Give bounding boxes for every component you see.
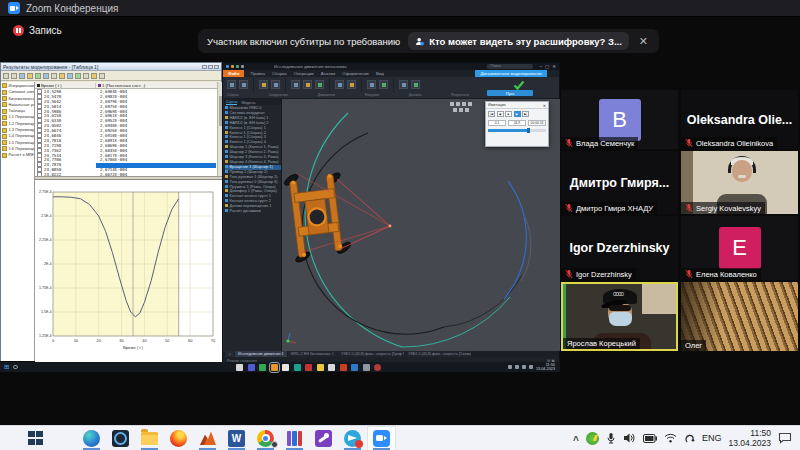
wifi-icon[interactable] bbox=[664, 433, 677, 443]
zoom-out-icon[interactable] bbox=[91, 73, 97, 79]
notification-center-icon[interactable] bbox=[778, 432, 792, 444]
tree-item[interactable]: Расчёт динамики bbox=[225, 209, 281, 214]
tray-icon[interactable] bbox=[529, 365, 533, 369]
zoom-in-icon[interactable] bbox=[83, 73, 89, 79]
presenter-taskbar-icons[interactable] bbox=[236, 364, 381, 371]
ribbon-button-icon[interactable] bbox=[411, 80, 420, 89]
app-icon[interactable] bbox=[282, 364, 289, 371]
ribbon-tab[interactable]: Операции bbox=[294, 71, 314, 76]
usb-device-icon[interactable] bbox=[684, 432, 695, 444]
ribbon-tab[interactable]: Сборка bbox=[272, 71, 287, 76]
file-menu-button[interactable]: Файл bbox=[223, 70, 244, 77]
ribbon-button-icon[interactable] bbox=[303, 80, 312, 89]
close-icon[interactable]: ✕ bbox=[637, 35, 650, 48]
participant-tile[interactable]: Олег bbox=[681, 282, 798, 351]
active-app-icon[interactable] bbox=[271, 364, 278, 371]
ribbon-button-icon[interactable] bbox=[291, 80, 300, 89]
ribbon-button-icon[interactable] bbox=[367, 80, 376, 89]
app-icon[interactable] bbox=[317, 364, 324, 371]
tray-expand-icon[interactable]: ^ bbox=[573, 435, 579, 446]
player-field[interactable]: 0,1 bbox=[488, 120, 506, 126]
active-ribbon-tab[interactable]: Динамическое моделирование bbox=[475, 70, 547, 77]
cad-window-controls[interactable]: –▢✕ bbox=[539, 64, 556, 69]
app-icon[interactable] bbox=[294, 364, 301, 371]
calc-toolbar[interactable] bbox=[1, 71, 221, 81]
open-icon[interactable] bbox=[11, 73, 17, 79]
presenter-tray[interactable]: 11:50 13.04.2023 bbox=[508, 363, 555, 372]
qat-icon[interactable] bbox=[241, 65, 244, 68]
undo-icon[interactable] bbox=[59, 73, 65, 79]
cad-titlebar[interactable]: Исследование движения механизма Поиск –▢… bbox=[223, 63, 559, 70]
taskbar-word-icon[interactable]: W bbox=[222, 426, 251, 450]
maximize-icon[interactable]: ▢ bbox=[545, 64, 549, 69]
qat-icon[interactable] bbox=[231, 65, 234, 68]
ribbon-button-icon[interactable] bbox=[315, 80, 324, 89]
ribbon-button-icon[interactable] bbox=[335, 80, 344, 89]
minimize-icon[interactable]: – bbox=[539, 64, 542, 69]
maximize-icon[interactable] bbox=[208, 65, 213, 69]
taskbar-dark-app-icon[interactable] bbox=[106, 426, 135, 450]
new-icon[interactable] bbox=[3, 73, 9, 79]
close-icon[interactable]: ✕ bbox=[543, 103, 546, 108]
ribbon-button-icon[interactable] bbox=[239, 80, 248, 89]
tray-icon[interactable] bbox=[515, 365, 519, 369]
toast-action-button[interactable]: Кто может видеть эту расшифровку? З... bbox=[408, 32, 629, 50]
app-icon[interactable] bbox=[248, 364, 255, 371]
taskbar-zoom-icon[interactable] bbox=[367, 426, 396, 450]
chart-icon[interactable] bbox=[75, 73, 81, 79]
app-icon[interactable] bbox=[328, 364, 335, 371]
participant-tile[interactable]: E Елена Коваленко bbox=[681, 216, 798, 280]
antivirus-icon[interactable] bbox=[586, 432, 599, 445]
player-button[interactable]: |◀ bbox=[488, 111, 495, 117]
participant-tile[interactable]: Igor Dzerzhinsky Igor Dzerzhinsky bbox=[561, 216, 678, 280]
qat-icon[interactable] bbox=[226, 65, 229, 68]
taskbar-file-explorer-icon[interactable] bbox=[135, 426, 164, 450]
app-icon[interactable] bbox=[305, 364, 312, 371]
taskbar-winrar-icon[interactable] bbox=[280, 426, 309, 450]
clock[interactable]: 11:50 13.04.2023 bbox=[728, 428, 771, 448]
taskbar-purple-comet-app-icon[interactable] bbox=[309, 426, 338, 450]
player-button[interactable]: ▶| bbox=[522, 111, 529, 117]
player-button[interactable]: ▶ bbox=[514, 111, 521, 117]
app-icon[interactable] bbox=[340, 364, 347, 371]
panel-tab[interactable]: Сцена bbox=[226, 99, 237, 105]
player-button[interactable]: ◀ bbox=[497, 111, 504, 117]
ribbon-tab[interactable]: Правка bbox=[250, 71, 265, 76]
ribbon-button-icon[interactable] bbox=[379, 80, 388, 89]
tree-item[interactable]: 1.4 Перемещение (t) [М] bbox=[2, 133, 34, 139]
battery-icon[interactable] bbox=[643, 434, 657, 443]
copy-icon[interactable] bbox=[43, 73, 49, 79]
ribbon-button-icon[interactable] bbox=[347, 80, 356, 89]
app-icon[interactable] bbox=[374, 364, 381, 371]
participant-tile[interactable]: В Влада Семенчук bbox=[561, 90, 678, 149]
player-field[interactable]: 00:00:24 bbox=[528, 120, 546, 126]
command-search-input[interactable]: Поиск bbox=[487, 64, 533, 69]
tree-item[interactable]: 1.1 Перемещение (t) [М] bbox=[2, 114, 34, 120]
app-icon[interactable] bbox=[351, 364, 358, 371]
taskbar-matlab-icon[interactable] bbox=[193, 426, 222, 450]
ribbon-button-icon[interactable] bbox=[259, 80, 268, 89]
language-indicator[interactable]: ENG bbox=[702, 433, 722, 443]
tree-item[interactable]: Расчёт в МКЕ bbox=[2, 152, 34, 158]
tray-icon[interactable] bbox=[508, 365, 512, 369]
participant-tile[interactable]: Sergiy Kovalevskyy bbox=[681, 151, 798, 214]
app-icon[interactable] bbox=[259, 364, 266, 371]
search-icon[interactable] bbox=[13, 365, 18, 370]
qat-icon[interactable] bbox=[236, 65, 239, 68]
print-icon[interactable] bbox=[27, 73, 33, 79]
participant-tile[interactable]: Oleksandra Olie... Oleksandra Olieinikov… bbox=[681, 90, 798, 149]
speaker-icon[interactable] bbox=[623, 432, 636, 444]
recording-indicator[interactable]: Запись bbox=[13, 25, 62, 36]
help-icon[interactable] bbox=[99, 73, 105, 79]
microphone-icon[interactable] bbox=[606, 432, 616, 445]
start-icon[interactable]: ⊞ bbox=[4, 362, 9, 372]
close-icon[interactable] bbox=[214, 65, 219, 69]
panel-tab[interactable]: Модель bbox=[241, 100, 255, 105]
taskbar-telegram-icon[interactable] bbox=[338, 426, 367, 450]
taskbar-chrome-icon[interactable] bbox=[251, 426, 280, 450]
participant-tile-active-speaker[interactable]: OOOO Ярослав Корецький bbox=[561, 282, 678, 351]
start-button-icon[interactable] bbox=[28, 431, 43, 446]
ribbon-button-icon[interactable] bbox=[227, 80, 236, 89]
player-button[interactable]: ■ bbox=[505, 111, 512, 117]
app-icon[interactable] bbox=[363, 364, 370, 371]
